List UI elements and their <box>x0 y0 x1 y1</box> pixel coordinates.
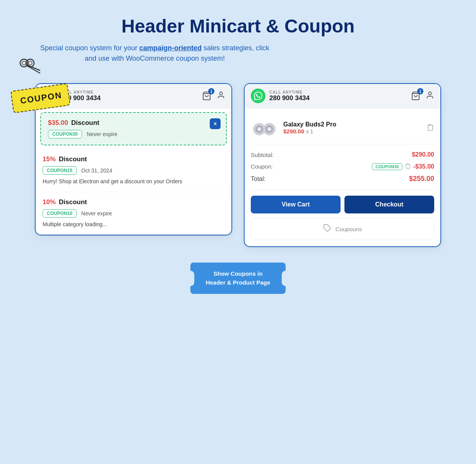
coupon-code-badge[interactable]: COUPON35 <box>48 130 82 138</box>
svg-point-3 <box>28 61 32 65</box>
svg-point-15 <box>267 127 271 131</box>
page-subtitle: Special coupon system for your campaign-… <box>35 43 275 64</box>
subtotal-label: Subtotal: <box>251 152 274 158</box>
svg-point-12 <box>257 127 261 131</box>
coupon-expiry-15: Oct 31, 2024 <box>81 167 112 174</box>
coupon-item-10[interactable]: 10% Discount COUPON10 Never expire Multi… <box>36 192 231 235</box>
user-icon-right <box>426 91 434 99</box>
coupon-label-cart: Coupon: <box>251 163 273 170</box>
page-title: Header Minicart & Coupon <box>35 15 441 37</box>
svg-point-7 <box>219 92 222 94</box>
coupon-decoration: COUPON <box>12 72 77 109</box>
cart-item-row: Galaxy Buds2 Pro $290.00 x 1 <box>251 114 434 144</box>
coupon-expiry: Never expire <box>87 131 117 137</box>
whatsapp-icon-right <box>251 89 265 103</box>
coupon-row-15: COUPON15 Oct 31, 2024 <box>43 166 224 175</box>
subtotal-value: $290.00 <box>412 151 434 158</box>
contact-number: 280 900 3434 <box>60 94 196 102</box>
checkout-button[interactable]: Checkout <box>344 196 434 213</box>
product-details: Galaxy Buds2 Pro $290.00 x 1 <box>283 121 336 135</box>
discount-amount: $35.00 <box>48 119 68 127</box>
coupon-item-15[interactable]: 15% Discount COUPON15 Oct 31, 2024 Hurry… <box>36 149 231 192</box>
coupon-item-header-10: 10% Discount <box>43 198 224 206</box>
product-image <box>251 118 278 138</box>
coupon-tag-icon <box>323 224 332 234</box>
product-name: Galaxy Buds2 Pro <box>283 121 336 128</box>
product-qty: x 1 <box>306 128 313 135</box>
coupon-row-cart: Coupon: COUPON35 -$35.00 <box>251 160 434 172</box>
contact-info-right: CALL ANYTIME 280 900 3434 <box>269 90 405 102</box>
coupon-tag: COUPON <box>10 83 70 113</box>
coupon-code-badge-15[interactable]: COUPON15 <box>43 166 77 175</box>
coupon-item-header-15: 15% Discount <box>43 155 224 163</box>
coupon-desc-15: Hurry! Shop at Electron and get a discou… <box>43 178 224 186</box>
cart-badge: 1 <box>208 88 214 94</box>
contact-number-right: 280 900 3434 <box>269 94 405 102</box>
svg-point-9 <box>428 92 431 94</box>
coupon-section[interactable]: Coupouns <box>251 218 434 240</box>
discount-amount-15: 15% <box>43 155 56 163</box>
user-icon-button[interactable] <box>217 91 225 101</box>
coupons-label: Coupouns <box>336 226 362 232</box>
cart-totals: Subtotal: $290.00 Coupon: COUPON35 -$35.… <box>251 144 434 190</box>
subtitle-before: Special coupon system for your <box>40 44 139 52</box>
cart-icon-wrap[interactable]: 1 <box>200 89 214 103</box>
total-row: Total: $255.00 <box>251 172 434 185</box>
scissors-icon <box>19 57 42 76</box>
cart-panel: CALL ANYTIME 280 900 3434 1 <box>244 83 441 247</box>
coupon-list: $35.00 Discount COUPON35 Never expire × … <box>36 112 231 235</box>
contact-label-right: CALL ANYTIME <box>269 90 405 94</box>
coupon-item-active[interactable]: $35.00 Discount COUPON35 Never expire × <box>40 112 227 145</box>
discount-amount-10: 10% <box>43 198 56 206</box>
view-cart-button[interactable]: View Cart <box>251 196 341 213</box>
subtitle-highlight: campaign-oriented <box>139 44 202 52</box>
contact-label: CALL ANYTIME <box>60 90 196 94</box>
bottom-ticket[interactable]: Show Coupons in Header & Product Page <box>190 263 286 294</box>
cart-badge-right: 1 <box>417 88 423 94</box>
total-label: Total: <box>251 176 265 183</box>
user-icon <box>217 91 225 99</box>
coupon-tag-text: COUPON <box>20 90 63 106</box>
right-panel-header: CALL ANYTIME 280 900 3434 1 <box>245 84 440 108</box>
coupon-desc-10: Multiple category loading... <box>43 221 224 229</box>
svg-point-2 <box>22 61 26 65</box>
discount-label: Discount <box>71 119 99 127</box>
remove-coupon-button[interactable] <box>405 163 411 170</box>
cart-icon-wrap-right[interactable]: 1 <box>409 89 423 103</box>
product-price: $290.00 <box>283 128 304 135</box>
coupon-applied-badge[interactable]: COUPON35 <box>372 163 402 170</box>
coupon-row: COUPON35 Never expire <box>48 130 219 138</box>
user-icon-button-right[interactable] <box>426 91 434 101</box>
cart-actions: View Cart Checkout <box>251 196 434 213</box>
coupon-applied-row: COUPON35 -$35.00 <box>372 163 434 170</box>
discount-label-10: Discount <box>59 198 87 206</box>
total-value: $255.00 <box>409 175 434 183</box>
close-coupon-button[interactable]: × <box>210 118 221 129</box>
header-icons-right: 1 <box>409 89 434 103</box>
delete-item-button[interactable] <box>426 123 434 133</box>
coupon-item-header: $35.00 Discount <box>48 119 219 127</box>
header-icons: 1 <box>200 89 225 103</box>
ticket-line1: Show Coupons in <box>206 270 271 278</box>
ticket-line2: Header & Product Page <box>206 278 271 287</box>
coupon-expiry-10: Never expire <box>81 210 112 217</box>
coupon-discount-value: -$35.00 <box>413 163 434 170</box>
cart-content: Galaxy Buds2 Pro $290.00 x 1 Subtotal: $… <box>245 108 440 246</box>
contact-info: CALL ANYTIME 280 900 3434 <box>60 90 196 102</box>
discount-label-15: Discount <box>59 155 87 163</box>
coupon-code-badge-10[interactable]: COUPON10 <box>43 209 77 218</box>
subtotal-row: Subtotal: $290.00 <box>251 149 434 160</box>
coupon-row-10: COUPON10 Never expire <box>43 209 224 218</box>
